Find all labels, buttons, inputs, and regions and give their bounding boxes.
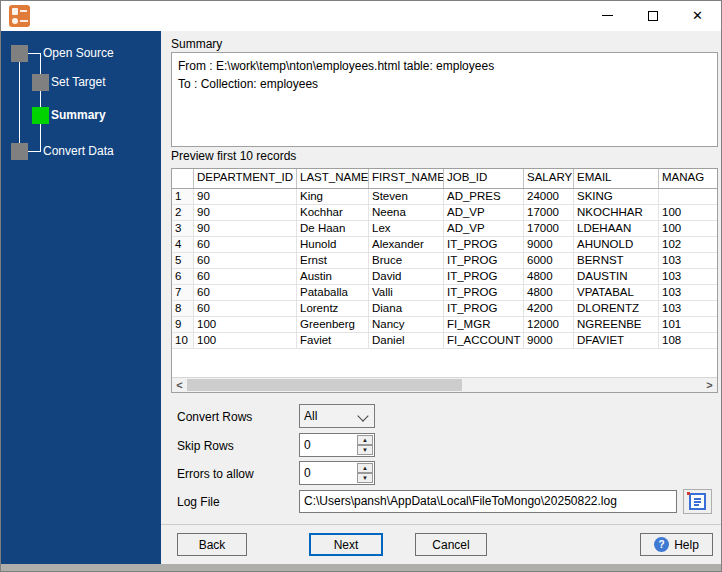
table-cell: IT_PROG <box>444 253 524 269</box>
spin-up-icon[interactable]: ▲ <box>357 435 373 445</box>
maximize-button[interactable] <box>630 1 675 30</box>
column-header-FIRST_NAME[interactable]: FIRST_NAME <box>369 169 444 188</box>
table-cell: 24000 <box>524 189 574 205</box>
table-row[interactable]: 560ErnstBruceIT_PROG6000BERNST103 <box>172 253 717 269</box>
table-cell: 100 <box>194 317 297 333</box>
column-header-LAST_NAME[interactable]: LAST_NAME <box>297 169 369 188</box>
horizontal-scrollbar[interactable]: < > <box>172 377 717 392</box>
column-header-MANAG[interactable]: MANAG <box>659 169 718 188</box>
step-indicator-open-source[interactable] <box>11 45 28 62</box>
app-icon-mark <box>12 8 18 15</box>
errors-to-allow-value: 0 <box>304 466 311 480</box>
minimize-icon <box>602 15 613 16</box>
column-header-DEPARTMENT_ID[interactable]: DEPARTMENT_ID <box>194 169 297 188</box>
table-cell: NGREENBE <box>574 317 659 333</box>
table-row[interactable]: 860LorentzDianaIT_PROG4200DLORENTZ103 <box>172 301 717 317</box>
table-cell: 103 <box>659 301 718 317</box>
table-cell: LDEHAAN <box>574 221 659 237</box>
table-cell: DLORENTZ <box>574 301 659 317</box>
sidebar-item-summary[interactable]: Summary <box>51 107 106 124</box>
table-cell: Hunold <box>297 237 369 253</box>
scrollbar-thumb[interactable] <box>187 379 462 391</box>
table-cell: Nancy <box>369 317 444 333</box>
scroll-right-icon[interactable]: > <box>702 378 717 392</box>
errors-to-allow-label: Errors to allow <box>177 467 254 481</box>
sidebar-item-open-source[interactable]: Open Source <box>43 45 114 62</box>
table-cell: 103 <box>659 253 718 269</box>
spin-down-icon[interactable]: ▼ <box>357 445 373 455</box>
table-cell: SKING <box>574 189 659 205</box>
table-row[interactable]: 190KingStevenAD_PRES24000SKING <box>172 189 717 205</box>
sidebar-item-set-target[interactable]: Set Target <box>51 74 105 91</box>
app-icon-mark <box>12 18 18 24</box>
wizard-steps-sidebar: Open Source Set Target Summary Convert D… <box>1 31 161 566</box>
table-cell: Diana <box>369 301 444 317</box>
help-button[interactable]: ? Help <box>640 533 713 556</box>
back-button[interactable]: Back <box>177 533 247 556</box>
log-file-input[interactable]: C:\Users\pansh\AppData\Local\FileToMongo… <box>299 490 677 513</box>
table-cell: 101 <box>659 317 718 333</box>
titlebar: ✕ <box>1 1 721 31</box>
table-cell: 9 <box>172 317 194 333</box>
table-cell: DFAVIET <box>574 333 659 349</box>
table-cell: 108 <box>659 333 718 349</box>
table-cell: 7 <box>172 285 194 301</box>
preview-table-body: 190KingStevenAD_PRES24000SKING290Kochhar… <box>172 189 717 349</box>
step-indicator-set-target[interactable] <box>32 74 49 91</box>
table-cell <box>659 189 718 205</box>
table-cell: AD_PRES <box>444 189 524 205</box>
summary-textbox[interactable]: From : E:\work\temp\nton\employees.html … <box>171 52 718 147</box>
column-header-EMAIL[interactable]: EMAIL <box>574 169 659 188</box>
table-row[interactable]: 290KochharNeenaAD_VP17000NKOCHHAR100 <box>172 205 717 221</box>
spin-buttons: ▲ ▼ <box>357 435 373 455</box>
table-cell: David <box>369 269 444 285</box>
table-row[interactable]: 390De HaanLexAD_VP17000LDEHAAN100 <box>172 221 717 237</box>
footer-divider <box>161 524 722 525</box>
sidebar-item-convert-data[interactable]: Convert Data <box>43 143 114 160</box>
table-row[interactable]: 760PataballaValliIT_PROG4800VPATABAL103 <box>172 285 717 301</box>
table-cell: Steven <box>369 189 444 205</box>
errors-to-allow-stepper[interactable]: 0 ▲ ▼ <box>299 461 375 485</box>
table-row[interactable]: 460HunoldAlexanderIT_PROG9000AHUNOLD102 <box>172 237 717 253</box>
table-cell: 12000 <box>524 317 574 333</box>
table-cell: Greenberg <box>297 317 369 333</box>
step-connector-line <box>28 53 40 54</box>
spin-down-icon[interactable]: ▼ <box>357 473 373 483</box>
help-button-label: Help <box>674 538 699 552</box>
preview-label: Preview first 10 records <box>171 149 296 163</box>
step-indicator-summary[interactable] <box>32 107 49 124</box>
table-row[interactable]: 660AustinDavidIT_PROG4800DAUSTIN103 <box>172 269 717 285</box>
convert-rows-dropdown[interactable]: All <box>299 404 375 428</box>
table-cell: IT_PROG <box>444 301 524 317</box>
table-cell: 3 <box>172 221 194 237</box>
table-cell: 102 <box>659 237 718 253</box>
table-cell: 90 <box>194 189 297 205</box>
close-button[interactable]: ✕ <box>675 1 720 30</box>
step-connector-line <box>40 53 41 152</box>
table-row[interactable]: 10100FavietDanielFI_ACCOUNT9000DFAVIET10… <box>172 333 717 349</box>
red-dot-marker <box>687 492 690 495</box>
summary-to-line: To : Collection: employees <box>178 75 711 93</box>
column-header-SALARY[interactable]: SALARY <box>524 169 574 188</box>
minimize-button[interactable] <box>585 1 630 30</box>
table-row[interactable]: 9100GreenbergNancyFI_MGR12000NGREENBE101 <box>172 317 717 333</box>
scroll-left-icon[interactable]: < <box>172 378 187 392</box>
table-cell: 17000 <box>524 205 574 221</box>
table-cell: 100 <box>659 205 718 221</box>
column-header-JOB_ID[interactable]: JOB_ID <box>444 169 524 188</box>
table-cell: 90 <box>194 221 297 237</box>
cancel-button[interactable]: Cancel <box>415 533 487 556</box>
next-button[interactable]: Next <box>309 533 383 556</box>
table-cell: 8 <box>172 301 194 317</box>
table-cell: Lex <box>369 221 444 237</box>
column-header-rownum[interactable] <box>172 169 194 188</box>
document-icon <box>689 493 706 510</box>
app-icon-mark <box>20 20 28 22</box>
step-connector-line <box>19 62 20 143</box>
skip-rows-stepper[interactable]: 0 ▲ ▼ <box>299 433 375 457</box>
step-indicator-convert-data[interactable] <box>11 143 28 160</box>
view-log-button[interactable] <box>683 489 712 514</box>
chevron-down-icon <box>357 410 368 421</box>
spin-up-icon[interactable]: ▲ <box>357 463 373 473</box>
table-cell: 100 <box>194 333 297 349</box>
